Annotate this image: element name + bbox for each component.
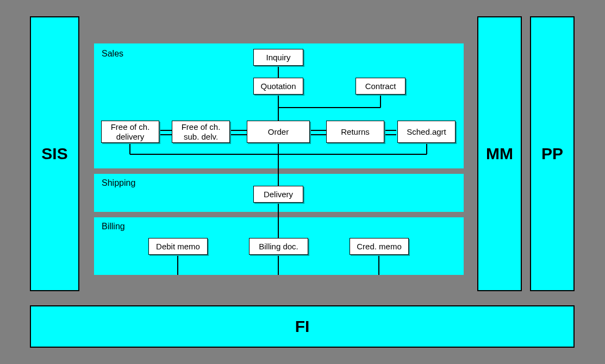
section-shipping-label: Shipping [102, 178, 135, 188]
module-fi-label: FI [295, 317, 310, 336]
node-free-delivery: Free of ch. delivery [101, 121, 159, 143]
node-sched-agrt-label: Sched.agrt [407, 127, 446, 136]
node-delivery: Delivery [253, 186, 303, 203]
node-debit-memo-label: Debit memo [156, 242, 200, 251]
section-billing-label: Billing [102, 222, 125, 231]
node-returns-label: Returns [341, 127, 370, 136]
node-cred-memo-label: Cred. memo [357, 242, 402, 251]
node-billing-doc: Billing doc. [249, 238, 308, 255]
node-inquiry: Inquiry [253, 49, 303, 66]
node-quotation: Quotation [253, 78, 303, 95]
node-order-label: Order [268, 127, 289, 136]
node-free-sub: Free of ch. sub. delv. [172, 121, 230, 143]
section-sales-label: Sales [102, 49, 123, 59]
node-order: Order [247, 121, 310, 143]
node-debit-memo: Debit memo [148, 238, 208, 255]
node-returns: Returns [326, 121, 384, 143]
node-inquiry-label: Inquiry [266, 53, 290, 62]
node-contract: Contract [355, 78, 406, 95]
node-billing-doc-label: Billing doc. [259, 242, 298, 251]
node-free-sub-label: Free of ch. sub. delv. [174, 122, 227, 141]
node-cred-memo: Cred. memo [350, 238, 409, 255]
node-contract-label: Contract [365, 81, 396, 91]
node-quotation-label: Quotation [260, 81, 296, 91]
module-mm: MM [477, 16, 522, 291]
module-pp-label: PP [541, 145, 563, 163]
node-delivery-label: Delivery [264, 190, 293, 199]
module-sis: SIS [30, 16, 79, 291]
node-sched-agrt: Sched.agrt [397, 121, 456, 143]
module-mm-label: MM [486, 145, 513, 163]
node-free-delivery-label: Free of ch. delivery [104, 122, 157, 141]
diagram-canvas: SIS MM PP FI Sales Shipping Billing [0, 0, 605, 364]
module-fi: FI [30, 305, 575, 348]
module-sis-label: SIS [41, 145, 67, 163]
module-pp: PP [530, 16, 575, 291]
